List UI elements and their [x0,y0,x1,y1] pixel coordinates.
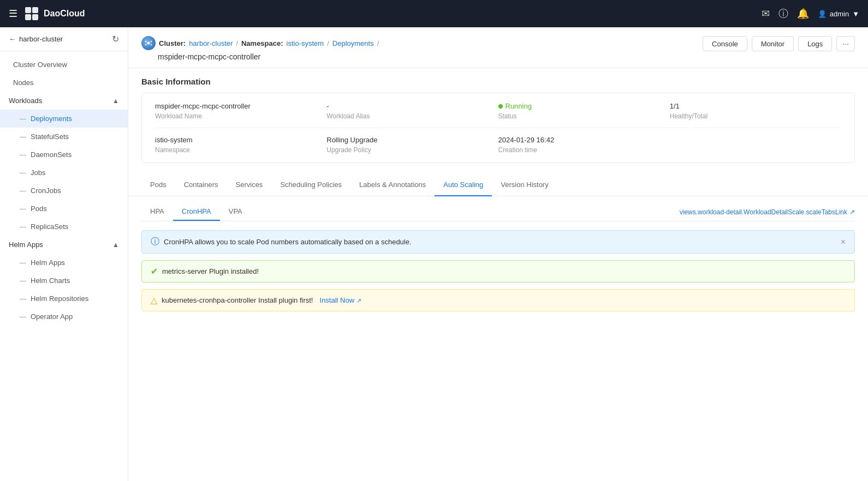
info-grid-row1: mspider-mcpc-mcpc-controller Workload Na… [155,102,841,120]
chat-icon[interactable]: ✉ [762,8,770,20]
alert-info-left: ⓘ CronHPA allows you to scale Pod number… [151,236,412,248]
tab-labels-annotations[interactable]: Labels & Annotations [350,174,435,196]
alert-warning-banner: △ kubernetes-cronhpa-controller Install … [141,289,855,311]
svg-rect-0 [25,7,31,13]
chevron-up-icon: ▲ [112,97,119,105]
sidebar-item-operator-app[interactable]: — Operator App [0,308,128,326]
alert-info-text: CronHPA allows you to scale Pod numbers … [164,238,412,246]
info-creation-time: 2024-01-29 16:42 Creation time [498,136,670,154]
breadcrumb-section: Cluster: harbor-cluster / Namespace: ist… [141,36,379,61]
sidebar-item-label: Jobs [31,169,45,177]
sub-tab-hpa[interactable]: HPA [141,203,173,221]
sidebar-item-cronjobs[interactable]: — CronJobs [0,182,128,200]
sidebar-item-nodes[interactable]: Nodes [0,74,128,92]
sidebar-item-helm-repositories[interactable]: — Helm Repositories [0,290,128,308]
user-dropdown-icon: ▼ [852,10,859,18]
info-healthy-total: 1/1 Healthy/Total [670,102,841,120]
user-avatar-icon: 👤 [818,10,827,18]
console-button[interactable]: Console [703,36,747,51]
sidebar-item-label: StatefulSets [31,133,69,141]
sidebar-item-label: Operator App [31,312,73,321]
svg-point-5 [145,41,147,43]
svg-point-6 [151,41,152,43]
alert-warning-prefix: kubernetes-cronhpa-controller Install pl… [162,296,313,304]
install-now-text: Install Now [319,296,354,304]
sidebar-item-statefulsets[interactable]: — StatefulSets [0,128,128,146]
svg-point-8 [151,44,152,46]
dash-icon: — [20,151,26,159]
breadcrumb-deployments-link[interactable]: Deployments [332,39,374,47]
alert-success-banner: ✔ metrics-server Plugin installed! [141,260,855,282]
refresh-icon[interactable]: ↻ [112,34,119,44]
logo-text: DaoCloud [44,9,85,19]
user-menu[interactable]: 👤 admin ▼ [818,10,859,18]
help-icon[interactable]: ⓘ [778,7,788,20]
upgrade-policy-value: Rolling Upgrade [326,136,498,144]
sidebar-item-deployments[interactable]: — Deployments [0,110,128,128]
sidebar-item-replicasets[interactable]: — ReplicaSets [0,218,128,236]
sidebar-section-helm-apps[interactable]: Helm Apps ▲ [0,236,128,254]
sub-tabs-bar: HPA CronHPA VPA views.workload-detail.Wo… [128,196,868,221]
creation-time-label: Creation time [498,146,670,154]
info-status: Running Status [498,102,670,120]
info-card: mspider-mcpc-mcpc-controller Workload Na… [141,93,855,163]
scale-tabs-link[interactable]: views.workload-detail.WorkloadDetailScal… [680,208,855,216]
main-content: Cluster: harbor-cluster / Namespace: ist… [128,27,868,481]
sidebar-item-jobs[interactable]: — Jobs [0,164,128,182]
upgrade-policy-label: Upgrade Policy [326,146,498,154]
svg-line-12 [150,44,151,44]
sidebar-item-cluster-overview[interactable]: Cluster Overview [0,56,128,74]
install-now-link[interactable]: Install Now ↗ [319,296,361,304]
basic-info-title: Basic Information [141,77,855,86]
tab-containers[interactable]: Containers [175,174,227,196]
dash-icon: — [20,187,26,195]
menu-icon[interactable]: ☰ [9,8,17,20]
page-resource-name: mspider-mcpc-mcpc-controller [141,52,379,61]
sidebar-item-label: Cluster Overview [13,61,67,69]
creation-time-value: 2024-01-29 16:42 [498,136,670,144]
alert-close-button[interactable]: × [841,237,846,247]
tab-services[interactable]: Services [227,174,272,196]
sidebar: ← harbor-cluster ↻ Cluster Overview Node… [0,27,128,481]
tab-auto-scaling[interactable]: Auto Scaling [435,174,492,196]
svg-point-7 [145,44,147,46]
tab-version-history[interactable]: Version History [492,174,557,196]
tab-pods[interactable]: Pods [141,174,175,196]
sidebar-item-daemonsets[interactable]: — DaemonSets [0,146,128,164]
sidebar-item-helm-apps[interactable]: — Helm Apps [0,254,128,272]
tab-scheduling-policies[interactable]: Scheduling Policies [271,174,350,196]
sidebar-nav: Cluster Overview Nodes Workloads ▲ — Dep… [0,51,128,330]
scale-tabs-link-text: views.workload-detail.WorkloadDetailScal… [680,208,847,216]
dash-icon: — [20,313,26,321]
status-value: Running [506,102,532,110]
sidebar-item-pods[interactable]: — Pods [0,200,128,218]
sub-tab-vpa[interactable]: VPA [220,203,251,221]
alias-value: - [326,102,498,110]
sub-tabs-left: HPA CronHPA VPA [141,203,251,221]
sidebar-item-label: Helm Repositories [31,294,88,303]
breadcrumb-sep-2: / [327,39,329,47]
breadcrumb-namespace-label: Namespace: [241,39,283,47]
breadcrumb-cluster-link[interactable]: harbor-cluster [189,39,233,47]
sidebar-item-label: DaemonSets [31,151,72,159]
dash-icon: — [20,169,26,177]
breadcrumb-namespace-link[interactable]: istio-system [287,39,324,47]
sidebar-item-label: Helm Charts [31,276,70,285]
monitor-button[interactable]: Monitor [752,36,794,51]
namespace-label: Namespace [155,146,326,154]
more-actions-button[interactable]: ··· [836,36,855,51]
user-name: admin [830,10,849,18]
status-label: Status [498,112,670,120]
notification-icon[interactable]: 🔔 [797,8,809,20]
sidebar-back-button[interactable]: ← harbor-cluster [9,35,63,43]
workload-name-label: Workload Name [155,112,326,120]
logs-button[interactable]: Logs [798,36,832,51]
install-external-icon: ↗ [356,297,361,304]
sidebar-item-label: Deployments [31,115,72,123]
sub-tab-cronhpa[interactable]: CronHPA [173,203,220,221]
sidebar-section-workloads[interactable]: Workloads ▲ [0,92,128,110]
svg-line-11 [147,44,148,44]
info-upgrade-policy: Rolling Upgrade Upgrade Policy [326,136,498,154]
dash-icon: — [20,277,26,285]
sidebar-item-helm-charts[interactable]: — Helm Charts [0,272,128,290]
